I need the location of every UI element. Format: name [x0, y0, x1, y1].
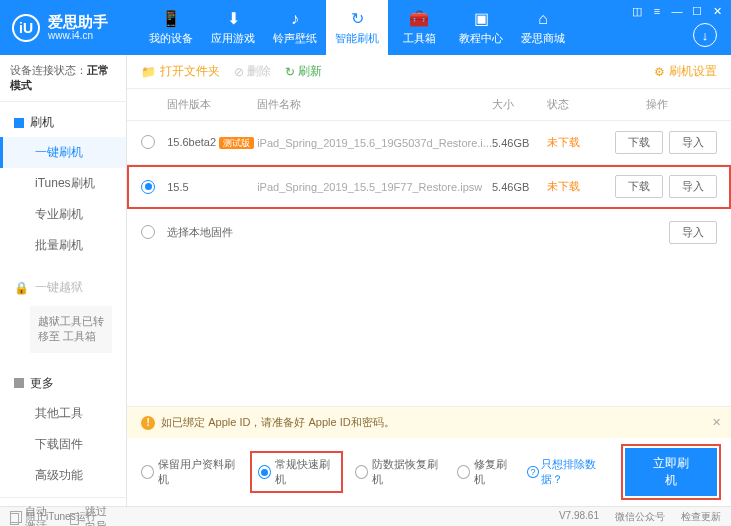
- warning-icon: !: [141, 416, 155, 430]
- maximize-icon[interactable]: ☐: [689, 4, 705, 18]
- toolbar: 📁打开文件夹 ⊘删除 ↻刷新 ⚙刷机设置: [127, 55, 731, 89]
- nav-label: 教程中心: [459, 31, 503, 46]
- version-label: V7.98.61: [559, 510, 599, 524]
- nav-工具箱[interactable]: 🧰工具箱: [388, 0, 450, 55]
- flash-settings-button[interactable]: ⚙刷机设置: [654, 63, 717, 80]
- nav-label: 应用游戏: [211, 31, 255, 46]
- lock-icon: 🔒: [14, 281, 29, 295]
- nav-教程中心[interactable]: ▣教程中心: [450, 0, 512, 55]
- download-button[interactable]: 下载: [615, 131, 663, 154]
- delete-icon: ⊘: [234, 65, 244, 79]
- th-size: 大小: [492, 97, 547, 112]
- option-label: 保留用户资料刷机: [158, 457, 238, 487]
- menu-head-jailbreak: 🔒一键越狱: [0, 273, 126, 302]
- sidebar-item-高级功能[interactable]: 高级功能: [0, 460, 126, 491]
- row-status: 未下载: [547, 135, 597, 150]
- firmware-row[interactable]: 15.6beta2测试版iPad_Spring_2019_15.6_19G503…: [127, 121, 731, 165]
- nav-icon: 🧰: [409, 9, 429, 28]
- settings-label: 刷机设置: [669, 63, 717, 80]
- wechat-link[interactable]: 微信公众号: [615, 510, 665, 524]
- flash-option-2[interactable]: 防数据恢复刷机: [355, 457, 442, 487]
- block-itunes-checkbox[interactable]: [10, 511, 22, 523]
- sidebar-item-一键刷机[interactable]: 一键刷机: [0, 137, 126, 168]
- nav-智能刷机[interactable]: ↻智能刷机: [326, 0, 388, 55]
- flash-options: 保留用户资料刷机常规快速刷机防数据恢复刷机修复刷机?只想排除数据？立即刷机: [127, 438, 731, 506]
- refresh-icon: ↻: [285, 65, 295, 79]
- menu-head-more[interactable]: 更多: [0, 369, 126, 398]
- nav-icon: ♪: [291, 10, 299, 28]
- option-radio[interactable]: [141, 465, 154, 479]
- exclude-data-link[interactable]: ?只想排除数据？: [527, 457, 610, 487]
- menu-head-label: 一键越狱: [35, 279, 83, 296]
- block-itunes-option[interactable]: 阻止iTunes运行: [10, 510, 96, 524]
- info-icon: ?: [527, 466, 538, 478]
- option-radio[interactable]: [355, 465, 368, 479]
- square-icon: [14, 118, 24, 128]
- download-button[interactable]: 下载: [615, 175, 663, 198]
- flash-option-3[interactable]: 修复刷机: [457, 457, 514, 487]
- row-name: iPad_Spring_2019_15.6_19G5037d_Restore.i…: [257, 137, 492, 149]
- import-button[interactable]: 导入: [669, 175, 717, 198]
- menu-head-label: 更多: [30, 375, 54, 392]
- local-radio[interactable]: [141, 225, 155, 239]
- th-status: 状态: [547, 97, 597, 112]
- conn-label: 设备连接状态：: [10, 64, 87, 76]
- nav-铃声壁纸[interactable]: ♪铃声壁纸: [264, 0, 326, 55]
- download-manager-button[interactable]: ↓: [693, 23, 717, 47]
- wallet-icon[interactable]: ◫: [629, 4, 645, 18]
- firmware-row[interactable]: 15.5iPad_Spring_2019_15.5_19F77_Restore.…: [127, 165, 731, 209]
- nav-应用游戏[interactable]: ⬇应用游戏: [202, 0, 264, 55]
- nav-label: 铃声壁纸: [273, 31, 317, 46]
- row-radio[interactable]: [141, 180, 155, 194]
- sidebar-item-下载固件[interactable]: 下载固件: [0, 429, 126, 460]
- option-label: 常规快速刷机: [275, 457, 335, 487]
- logo: iU 爱思助手 www.i4.cn: [0, 14, 120, 42]
- nav-label: 我的设备: [149, 31, 193, 46]
- menu-head-label: 刷机: [30, 114, 54, 131]
- nav-label: 智能刷机: [335, 31, 379, 46]
- nav-icon: 📱: [161, 9, 181, 28]
- minimize-icon[interactable]: —: [669, 4, 685, 18]
- option-radio[interactable]: [258, 465, 271, 479]
- sidebar-item-批量刷机[interactable]: 批量刷机: [0, 230, 126, 261]
- local-firmware-label: 选择本地固件: [167, 225, 233, 240]
- link-text: 只想排除数据？: [541, 457, 611, 487]
- open-folder-label: 打开文件夹: [160, 63, 220, 80]
- row-version: 15.5: [167, 181, 257, 193]
- menu-icon[interactable]: ≡: [649, 4, 665, 18]
- row-radio[interactable]: [141, 135, 155, 149]
- nav-label: 工具箱: [403, 31, 436, 46]
- import-button[interactable]: 导入: [669, 221, 717, 244]
- nav-icon: ⬇: [227, 9, 240, 28]
- close-icon[interactable]: ✕: [709, 4, 725, 18]
- close-warning-button[interactable]: ✕: [712, 416, 721, 429]
- check-update-link[interactable]: 检查更新: [681, 510, 721, 524]
- menu-head-flash[interactable]: 刷机: [0, 108, 126, 137]
- row-name: iPad_Spring_2019_15.5_19F77_Restore.ipsw: [257, 181, 492, 193]
- nav-icon: ↻: [351, 9, 364, 28]
- nav-爱思商城[interactable]: ⌂爱思商城: [512, 0, 574, 55]
- row-status: 未下载: [547, 179, 597, 194]
- warning-text: 如已绑定 Apple ID，请准备好 Apple ID和密码。: [161, 415, 395, 430]
- block-itunes-label: 阻止iTunes运行: [26, 510, 96, 524]
- sidebar: 设备连接状态：正常模式 刷机 一键刷机iTunes刷机专业刷机批量刷机 🔒一键越…: [0, 55, 127, 506]
- flash-option-0[interactable]: 保留用户资料刷机: [141, 457, 238, 487]
- square-icon: [14, 378, 24, 388]
- nav-我的设备[interactable]: 📱我的设备: [140, 0, 202, 55]
- app-url: www.i4.cn: [48, 30, 108, 41]
- th-name: 固件名称: [257, 97, 492, 112]
- option-radio[interactable]: [457, 465, 470, 479]
- window-controls: ◫ ≡ — ☐ ✕: [629, 4, 725, 18]
- sidebar-item-其他工具[interactable]: 其他工具: [0, 398, 126, 429]
- open-folder-button[interactable]: 📁打开文件夹: [141, 63, 220, 80]
- title-bar: iU 爱思助手 www.i4.cn 📱我的设备⬇应用游戏♪铃声壁纸↻智能刷机🧰工…: [0, 0, 731, 55]
- flash-now-button[interactable]: 立即刷机: [625, 448, 717, 496]
- sidebar-item-iTunes刷机[interactable]: iTunes刷机: [0, 168, 126, 199]
- import-button[interactable]: 导入: [669, 131, 717, 154]
- nav-label: 爱思商城: [521, 31, 565, 46]
- local-firmware-row: 选择本地固件 导入: [127, 209, 731, 256]
- refresh-button[interactable]: ↻刷新: [285, 63, 322, 80]
- connection-status: 设备连接状态：正常模式: [0, 55, 126, 102]
- sidebar-item-专业刷机[interactable]: 专业刷机: [0, 199, 126, 230]
- flash-option-1[interactable]: 常规快速刷机: [252, 453, 341, 491]
